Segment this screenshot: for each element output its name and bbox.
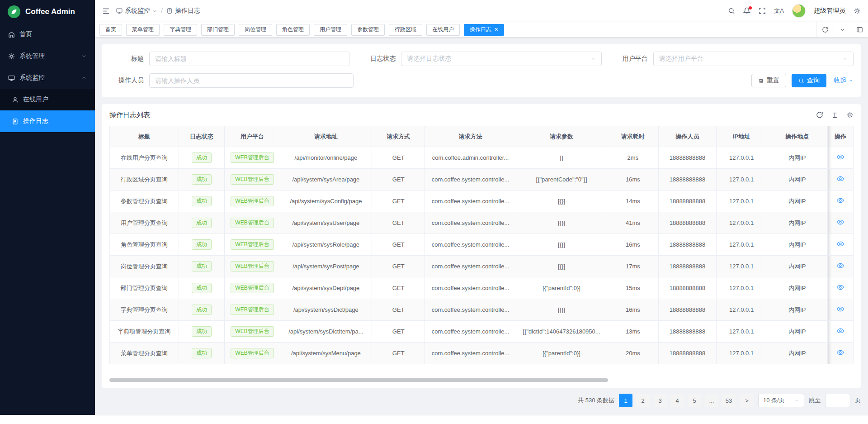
breadcrumb-item-monitor[interactable]: 系统监控 [116, 7, 157, 15]
page-button[interactable]: 53 [722, 394, 736, 407]
log-status-select[interactable]: 请选择日志状态 [401, 52, 601, 66]
page-button[interactable]: 2 [636, 394, 650, 407]
tab-close-icon[interactable]: ✕ [494, 27, 498, 32]
column-header: 请求地址 [280, 126, 372, 147]
refresh-icon[interactable] [816, 22, 834, 37]
sidebar-item-system-management[interactable]: 系统管理 [0, 45, 95, 67]
panel-title: 操作日志列表 [109, 111, 150, 119]
search-icon[interactable] [728, 7, 735, 14]
sidebar-item-online-users[interactable]: 在线用户 [0, 89, 95, 110]
view-detail-eye-icon[interactable] [837, 284, 844, 291]
layout-icon[interactable] [851, 22, 868, 37]
table-row: 角色管理分页查询成功WEB管理后台/api/system/sysRole/pag… [110, 234, 854, 256]
cell-action [827, 299, 853, 321]
tab-item[interactable]: 首页 [99, 24, 122, 36]
cell-ip: 127.0.0.1 [716, 299, 767, 321]
view-detail-eye-icon[interactable] [837, 327, 844, 334]
tab-item[interactable]: 用户管理 [314, 24, 347, 36]
tab-label: 在线用户 [432, 26, 454, 33]
fullscreen-icon[interactable] [759, 7, 766, 14]
refresh-icon[interactable] [816, 111, 823, 119]
platform-badge: WEB管理后台 [231, 283, 274, 294]
view-detail-eye-icon[interactable] [837, 153, 844, 161]
density-icon[interactable] [831, 112, 838, 119]
log-table: 标题日志状态用户平台请求地址请求方式请求方法请求参数请求耗时操作人员IP地址操作… [109, 126, 854, 364]
sidebar-item-label: 系统监控 [19, 74, 77, 82]
tab-item[interactable]: 岗位管理 [239, 24, 272, 36]
page-button[interactable]: 3 [653, 394, 667, 407]
logo[interactable]: Coffee Admin [0, 0, 95, 24]
collapse-link[interactable]: 收起 [834, 76, 854, 85]
cell-operator: 18888888888 [659, 299, 716, 321]
tab-item[interactable]: 字典管理 [164, 24, 197, 36]
cell-params: [{}] [516, 256, 607, 277]
next-page-button[interactable]: > [740, 394, 754, 407]
page-button[interactable]: 1 [619, 394, 632, 407]
view-detail-eye-icon[interactable] [837, 219, 844, 226]
tab-item[interactable]: 行政区域 [389, 24, 422, 36]
view-detail-eye-icon[interactable] [837, 197, 844, 204]
bell-icon[interactable] [743, 7, 750, 14]
cell-platform: WEB管理后台 [225, 343, 280, 364]
column-settings-icon[interactable] [846, 111, 854, 119]
cell-status: 成功 [179, 169, 225, 191]
breadcrumb-item-operation-log[interactable]: 操作日志 [166, 7, 200, 15]
cell-status: 成功 [179, 343, 225, 364]
column-header: 操作 [827, 126, 853, 147]
view-detail-eye-icon[interactable] [837, 240, 844, 248]
cell-params: [{"parentId":0}] [516, 343, 607, 364]
chevron-down-icon[interactable] [834, 22, 851, 37]
tab-item[interactable]: 部门管理 [201, 24, 235, 36]
sidebar-item-operation-log[interactable]: 操作日志 [0, 110, 95, 132]
cell-status: 成功 [179, 321, 225, 343]
tab-label: 操作日志 [470, 26, 491, 33]
view-detail-eye-icon[interactable] [837, 262, 844, 269]
operator-input[interactable] [149, 73, 354, 88]
panel-header: 操作日志列表 [109, 104, 854, 126]
reset-button[interactable]: 重置 [751, 74, 786, 87]
table-row: 行政区域分页查询成功WEB管理后台/api/system/sysArea/pag… [110, 169, 854, 191]
tab-item[interactable]: 在线用户 [426, 24, 460, 36]
tab-item[interactable]: 菜单管理 [126, 24, 160, 36]
status-badge: 成功 [192, 239, 212, 250]
user-avatar[interactable] [792, 4, 806, 18]
cell-location: 内网IP [767, 299, 827, 321]
sidebar-item-home[interactable]: 首页 [0, 24, 95, 45]
username[interactable]: 超级管理员 [814, 7, 845, 15]
logo-icon [7, 5, 21, 19]
cell-operator: 18888888888 [659, 343, 716, 364]
page-button[interactable]: 5 [688, 394, 701, 407]
cell-method: GET [372, 277, 425, 299]
column-header: 操作地点 [767, 126, 827, 147]
user-platform-select[interactable]: 请选择用户平台 [653, 52, 854, 66]
filter-field-platform: 用户平台 请选择用户平台 [613, 52, 854, 66]
translate-icon[interactable]: 文A [774, 7, 784, 15]
title-input[interactable] [149, 52, 349, 66]
sidebar-fold-icon[interactable] [102, 7, 110, 15]
status-badge: 成功 [192, 283, 212, 294]
tab-label: 部门管理 [207, 26, 229, 33]
page-more-button[interactable]: ... [705, 394, 718, 407]
cell-method: GET [372, 256, 425, 277]
tab-item[interactable]: 参数管理 [351, 24, 385, 36]
cell-params: [{}] [516, 191, 607, 212]
query-button[interactable]: 查询 [792, 74, 826, 87]
tab-item[interactable]: 角色管理 [276, 24, 310, 36]
view-detail-eye-icon[interactable] [837, 175, 844, 182]
scrollbar-thumb[interactable] [109, 378, 608, 382]
cell-title: 在线用户分页查询 [110, 147, 179, 169]
cell-platform: WEB管理后台 [225, 299, 280, 321]
settings-icon[interactable] [854, 7, 861, 14]
jump-page-input[interactable] [825, 394, 850, 407]
content: 标题 日志状态 请选择日志状态 用户平台 [95, 37, 868, 415]
view-detail-eye-icon[interactable] [837, 349, 844, 356]
status-badge: 成功 [192, 261, 212, 272]
tab-bar-controls [816, 22, 868, 37]
sidebar-item-system-monitor[interactable]: 系统监控 [0, 67, 95, 89]
page-button[interactable]: 4 [670, 394, 684, 407]
cell-params: [{}] [516, 212, 607, 234]
page-horizontal-scrollbar[interactable] [0, 415, 868, 424]
view-detail-eye-icon[interactable] [837, 305, 844, 313]
tab-item[interactable]: 操作日志✕ [464, 24, 504, 36]
page-size-select[interactable]: 10 条/页 [758, 394, 804, 407]
